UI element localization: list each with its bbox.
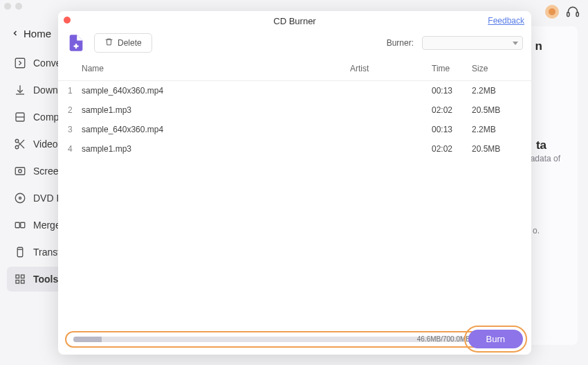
avatar[interactable] xyxy=(545,5,559,19)
col-name-header: Name xyxy=(82,64,350,73)
sidebar-item-label: Tools xyxy=(33,274,58,285)
bg-partial-text: o. xyxy=(533,226,540,235)
download-icon xyxy=(14,84,26,96)
progress-text: 46.6MB/700.0MB xyxy=(417,335,470,343)
svg-rect-19 xyxy=(21,281,25,284)
svg-rect-17 xyxy=(21,275,25,278)
svg-rect-12 xyxy=(15,222,19,228)
row-index: 2 xyxy=(68,105,82,115)
scissors-icon xyxy=(14,138,26,150)
trash-icon xyxy=(104,37,113,48)
chevron-left-icon xyxy=(11,28,19,39)
row-time: 02:02 xyxy=(432,105,472,115)
col-artist-header: Artist xyxy=(350,64,432,73)
modal-title: CD Burner xyxy=(58,11,531,31)
burner-label: Burner: xyxy=(387,38,414,48)
bg-partial-text: adata of xyxy=(531,154,560,163)
svg-point-5 xyxy=(15,145,19,149)
svg-point-9 xyxy=(19,170,22,173)
add-file-icon[interactable] xyxy=(66,33,86,53)
window-controls xyxy=(4,3,22,10)
row-time: 00:13 xyxy=(432,86,472,96)
record-icon xyxy=(14,165,26,177)
row-time: 00:13 xyxy=(432,125,472,134)
svg-point-11 xyxy=(19,197,21,199)
grid-icon xyxy=(14,273,26,285)
row-size: 2.2MB xyxy=(472,125,522,134)
burn-button[interactable]: Burn xyxy=(468,330,523,348)
table-header: Name Artist Time Size xyxy=(58,58,531,81)
svg-rect-18 xyxy=(16,281,19,284)
table-row[interactable]: 3sample_640x360.mp400:132.2MB xyxy=(58,120,531,139)
delete-label: Delete xyxy=(118,38,142,48)
col-size-header: Size xyxy=(472,64,522,73)
svg-rect-14 xyxy=(17,247,23,257)
table-row[interactable]: 4sample1.mp302:0220.5MB xyxy=(58,139,531,159)
row-size: 2.2MB xyxy=(472,86,522,96)
svg-rect-1 xyxy=(576,12,578,17)
modal-footer: 46.6MB/700.0MB Burn xyxy=(58,324,531,355)
row-name: sample_640x360.mp4 xyxy=(82,125,350,134)
support-icon[interactable] xyxy=(566,5,580,19)
table-row[interactable]: 1sample_640x360.mp400:132.2MB xyxy=(58,81,531,100)
burner-select[interactable] xyxy=(422,36,523,50)
progress-fill xyxy=(73,337,102,342)
row-index: 3 xyxy=(68,125,82,134)
traffic-light-dot[interactable] xyxy=(4,3,11,10)
home-label: Home xyxy=(24,28,51,39)
row-time: 02:02 xyxy=(432,144,472,154)
transfer-icon xyxy=(14,246,26,258)
row-size: 20.5MB xyxy=(472,105,522,115)
svg-point-4 xyxy=(15,139,19,143)
row-name: sample1.mp3 xyxy=(82,105,350,115)
progress-bar xyxy=(73,337,475,342)
col-time-header: Time xyxy=(432,64,472,73)
row-name: sample_640x360.mp4 xyxy=(82,86,350,96)
svg-rect-8 xyxy=(15,168,25,175)
table-body: 1sample_640x360.mp400:132.2MB2sample1.mp… xyxy=(58,81,531,324)
svg-rect-2 xyxy=(15,58,25,68)
row-index: 4 xyxy=(68,144,82,154)
feedback-link[interactable]: Feedback xyxy=(488,16,524,26)
svg-rect-13 xyxy=(21,222,25,228)
table-row[interactable]: 2sample1.mp302:0220.5MB xyxy=(58,100,531,120)
row-index: 1 xyxy=(68,86,82,96)
converter-icon xyxy=(14,57,26,69)
svg-rect-0 xyxy=(567,12,569,17)
row-name: sample1.mp3 xyxy=(82,144,350,154)
disc-icon xyxy=(14,192,26,204)
bg-partial-text: n xyxy=(535,39,542,53)
merge-icon xyxy=(14,219,26,231)
delete-button[interactable]: Delete xyxy=(94,33,152,53)
cd-burner-modal: CD Burner Feedback Delete Burner: Name A… xyxy=(58,11,531,355)
compress-icon xyxy=(14,111,26,123)
traffic-light-dot[interactable] xyxy=(15,3,22,10)
progress-container: 46.6MB/700.0MB xyxy=(65,331,486,348)
bg-partial-text: ta xyxy=(536,139,546,152)
burn-highlight: Burn xyxy=(464,326,527,353)
row-size: 20.5MB xyxy=(472,144,522,154)
svg-point-10 xyxy=(15,193,25,203)
svg-rect-16 xyxy=(16,275,19,278)
